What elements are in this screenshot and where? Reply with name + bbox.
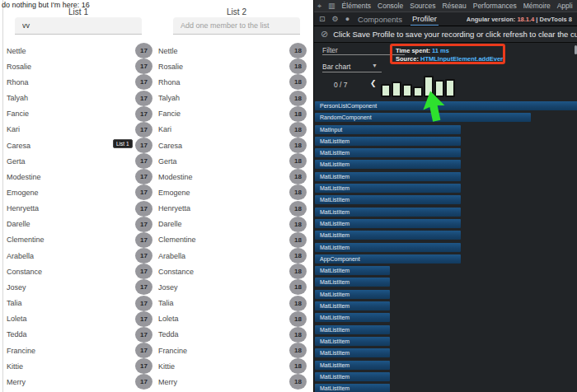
list-item[interactable]: Darelle17: [7, 217, 152, 232]
component-bar-matlistitem[interactable]: MatListItem: [315, 278, 390, 287]
list-item[interactable]: Kittie18: [158, 358, 307, 374]
list-item[interactable]: Clementine17: [7, 232, 152, 248]
list-item[interactable]: Kittie17: [7, 358, 152, 374]
list-item[interactable]: Josey18: [158, 279, 307, 295]
source-link[interactable]: HTMLInputElement.addEventListener:keydow…: [420, 55, 505, 63]
list-item[interactable]: Loleta18: [158, 311, 307, 327]
component-bar-matlistitem[interactable]: MatListItem: [315, 231, 461, 240]
list-item[interactable]: Emogene17: [7, 184, 152, 200]
frame-select-icon[interactable]: ⊡: [319, 15, 326, 23]
member-name: Henryetta: [158, 204, 190, 212]
component-bar-matlistitem[interactable]: MatListItem: [315, 137, 461, 146]
list-item[interactable]: Darelle18: [158, 217, 307, 232]
device-toolbar-icon[interactable]: ▥: [328, 2, 335, 10]
list-item[interactable]: Modestine17: [7, 169, 152, 184]
devtools-tab-strip: ⌖ ▥ ÉlémentsConsoleSourcesRéseauPerforma…: [314, 0, 577, 12]
list-item[interactable]: Emogene18: [158, 184, 307, 200]
count-badge: 17: [135, 248, 152, 264]
list-item[interactable]: Talyah18: [158, 90, 307, 105]
list-item[interactable]: Henryetta17: [7, 201, 152, 217]
gear-icon[interactable]: ⚙: [332, 15, 339, 23]
list-item[interactable]: Modestine18: [158, 169, 307, 184]
list-item[interactable]: Talia17: [7, 296, 152, 311]
chevron-down-icon[interactable]: ▼: [372, 63, 378, 68]
tab-profiler[interactable]: Profiler: [410, 12, 439, 26]
frame-bar[interactable]: [402, 84, 412, 97]
list2-add-member-input[interactable]: [173, 17, 300, 35]
screenshot-root: I do nothing but I'm here: 16 List 1 Lis…: [0, 0, 577, 392]
component-bar-matlistitem[interactable]: MatListItem: [315, 313, 390, 322]
list-item[interactable]: Talia18: [158, 296, 307, 311]
component-bar-matinput[interactable]: MatInput: [315, 125, 461, 134]
list-item[interactable]: Clementine18: [158, 232, 307, 248]
list-item[interactable]: Tedda18: [158, 327, 307, 343]
component-bar-matlistitem[interactable]: MatListItem: [315, 372, 390, 381]
tab-rseau[interactable]: Réseau: [442, 2, 466, 10]
list-item[interactable]: Arabella17: [7, 248, 152, 264]
list-item[interactable]: Rosalie17: [7, 58, 152, 74]
list-item[interactable]: Arabella18: [158, 248, 307, 264]
component-bar-matlistitem[interactable]: MatListItem: [315, 361, 390, 370]
list-item[interactable]: Francine18: [158, 343, 307, 358]
tab-lments[interactable]: Éléments: [342, 2, 371, 10]
chart-type-select[interactable]: Bar chart: [322, 63, 351, 71]
list-item[interactable]: Talyah17: [7, 90, 152, 105]
component-bar-matlistitem[interactable]: MatListItem: [315, 325, 390, 334]
list-item[interactable]: Rosalie18: [158, 58, 307, 74]
component-bar-matlistitem[interactable]: MatListItem: [315, 219, 461, 228]
component-bar-matlistitem[interactable]: MatListItem: [315, 266, 390, 275]
component-bar-matlistitem[interactable]: MatListItem: [315, 348, 390, 357]
list-item[interactable]: Rhona17: [7, 74, 152, 90]
frame-bar[interactable]: [392, 82, 401, 97]
count-badge: 18: [289, 374, 307, 390]
component-bar-matlistitem[interactable]: MatListItem: [315, 301, 390, 310]
prev-frame-chevron-icon[interactable]: ❮: [370, 79, 377, 87]
tab-mmoire[interactable]: Mémoire: [523, 2, 551, 10]
frame-bar[interactable]: [381, 84, 391, 97]
list-item[interactable]: Caresa18: [158, 138, 307, 153]
record-icon[interactable]: ●: [345, 15, 349, 23]
list-item[interactable]: Constance17: [7, 264, 152, 279]
count-badge: 18: [289, 264, 307, 279]
component-bar-matlistitem[interactable]: MatListItem: [315, 195, 461, 204]
list-item[interactable]: Fancie17: [7, 106, 152, 122]
inspect-icon[interactable]: ⌖: [317, 2, 321, 11]
frame-bar[interactable]: [445, 79, 455, 97]
list-item[interactable]: Loleta17: [7, 311, 152, 327]
list-item[interactable]: Kari17: [7, 122, 152, 138]
component-bar-matlistitem[interactable]: MatListItem: [315, 208, 461, 217]
component-bar-matlistitem[interactable]: MatListItem: [315, 290, 390, 299]
component-bar-matlistitem[interactable]: MatListItem: [315, 384, 390, 392]
tab-performances[interactable]: Performances: [473, 2, 517, 10]
tab-sources[interactable]: Sources: [410, 2, 435, 10]
tab-console[interactable]: Console: [378, 2, 403, 10]
list-item[interactable]: Francine17: [7, 343, 152, 358]
list-item[interactable]: Gerta18: [158, 153, 307, 169]
list-item[interactable]: Nettle18: [158, 43, 307, 58]
tab-components[interactable]: Components: [356, 13, 404, 26]
list-item[interactable]: Rhona18: [158, 74, 307, 90]
component-bar-matlistitem[interactable]: MatListItem: [315, 172, 461, 181]
list-item[interactable]: Constance18: [158, 264, 307, 279]
component-bar-matlistitem[interactable]: MatListItem: [315, 243, 461, 252]
member-name: Nettle: [7, 47, 26, 55]
list-item[interactable]: Merry18: [158, 374, 307, 390]
list-item[interactable]: Henryetta18: [158, 201, 307, 217]
member-name: Rosalie: [158, 63, 183, 71]
component-bar-matlistitem[interactable]: MatListItem: [315, 184, 461, 193]
component-bar-matlistitem[interactable]: MatListItem: [315, 148, 461, 157]
list-item[interactable]: Gerta17: [7, 153, 152, 169]
version-value: 18.1.4: [517, 16, 534, 23]
tab-appli[interactable]: Appli: [557, 2, 573, 10]
list-item[interactable]: Fancie18: [158, 106, 307, 122]
list-item[interactable]: Kari18: [158, 122, 307, 138]
list-item[interactable]: Josey17: [7, 279, 152, 295]
list-item[interactable]: Tedda17: [7, 327, 152, 343]
component-bar-matlistitem[interactable]: MatListItem: [315, 337, 390, 346]
component-bar-matlistitem[interactable]: MatListItem: [315, 160, 461, 169]
component-bar-appcomponent[interactable]: AppComponent: [315, 254, 461, 264]
list-item[interactable]: Merry17: [7, 374, 152, 390]
count-badge: 18: [289, 296, 307, 311]
list-item[interactable]: Nettle17: [7, 43, 152, 58]
list1-add-member-input[interactable]: [15, 17, 142, 35]
